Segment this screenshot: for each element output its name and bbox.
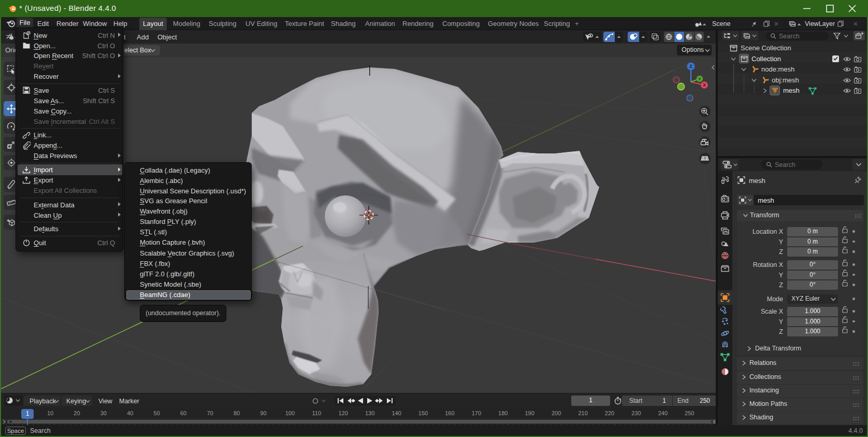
- svg-text:Y: Y: [698, 77, 701, 81]
- svg-text:X: X: [703, 82, 706, 88]
- svg-text:Z: Z: [689, 64, 692, 69]
